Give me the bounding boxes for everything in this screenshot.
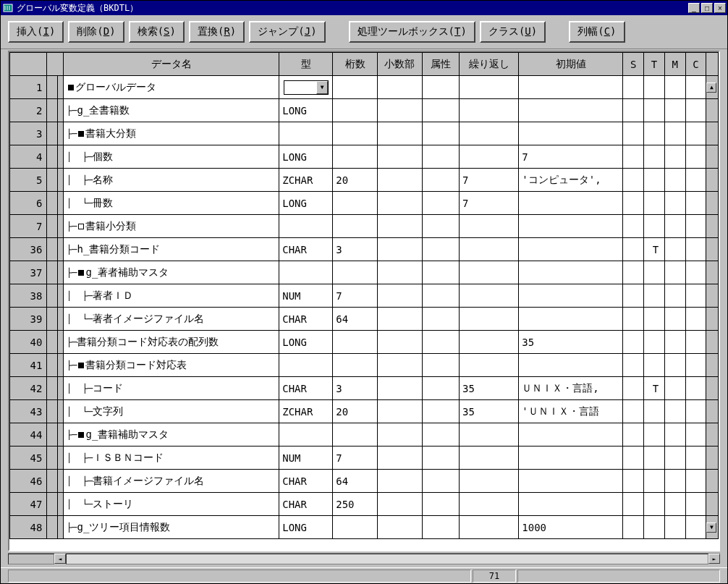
attr-cell[interactable] xyxy=(422,169,459,192)
table-row[interactable]: 39│ └─ 著者イメージファイル名CHAR64 xyxy=(10,308,719,331)
decimal-cell[interactable] xyxy=(377,261,422,284)
vscroll-track[interactable] xyxy=(706,354,719,377)
vscroll-track[interactable] xyxy=(706,284,719,308)
digits-cell[interactable]: 7 xyxy=(333,447,378,470)
init-cell[interactable] xyxy=(519,192,623,215)
t-cell[interactable] xyxy=(644,423,665,447)
s-cell[interactable] xyxy=(623,145,644,169)
s-cell[interactable] xyxy=(623,192,644,215)
horizontal-scrollbar[interactable]: ◄ ► xyxy=(8,553,720,564)
m-cell[interactable] xyxy=(664,400,685,423)
attr-cell[interactable] xyxy=(422,145,459,169)
type-cell[interactable]: ZCHAR xyxy=(279,169,333,192)
t-cell[interactable] xyxy=(644,122,665,145)
attr-cell[interactable] xyxy=(422,215,459,238)
row-number[interactable]: 41 xyxy=(10,354,47,377)
t-cell[interactable] xyxy=(644,261,665,284)
delete-button[interactable]: 削除(D) xyxy=(68,21,124,43)
type-cell[interactable]: LONG xyxy=(279,145,333,169)
c-cell[interactable] xyxy=(685,145,706,169)
digits-cell[interactable]: 20 xyxy=(333,400,378,423)
digits-cell[interactable] xyxy=(333,122,378,145)
m-cell[interactable] xyxy=(664,192,685,215)
digits-cell[interactable] xyxy=(333,331,378,354)
table-row[interactable]: 42│ ├─ コードCHAR335ＵＮＩＸ・言語,T xyxy=(10,377,719,400)
s-cell[interactable] xyxy=(623,215,644,238)
init-cell[interactable] xyxy=(519,284,623,308)
header-type[interactable]: 型 xyxy=(279,53,333,76)
maximize-button[interactable]: □ xyxy=(701,3,713,13)
t-cell[interactable] xyxy=(644,215,665,238)
header-name[interactable]: データ名 xyxy=(64,53,279,76)
name-cell[interactable]: │ └─ 冊数 xyxy=(64,192,279,215)
repeat-cell[interactable] xyxy=(460,99,519,122)
name-cell[interactable]: ├─ 書籍小分類 xyxy=(64,215,279,238)
table-row[interactable]: 40├─ 書籍分類コード対応表の配列数LONG35 xyxy=(10,331,719,354)
init-cell[interactable]: 7 xyxy=(519,145,623,169)
vscroll-track[interactable] xyxy=(706,169,719,192)
table-row[interactable]: 36├─ h_書籍分類コードCHAR3T xyxy=(10,238,719,261)
type-cell[interactable]: CHAR xyxy=(279,470,333,493)
name-cell[interactable]: │ ├─ コード xyxy=(64,377,279,400)
search-button[interactable]: 検索(S) xyxy=(129,21,185,43)
type-cell[interactable]: CHAR xyxy=(279,493,333,516)
tree-node-filled-icon[interactable] xyxy=(78,270,84,276)
init-cell[interactable] xyxy=(519,308,623,331)
decimal-cell[interactable] xyxy=(377,238,422,261)
init-cell[interactable] xyxy=(519,354,623,377)
init-cell[interactable]: 35 xyxy=(519,331,623,354)
table-row[interactable]: 46│ ├─ 書籍イメージファイル名CHAR64 xyxy=(10,470,719,493)
c-cell[interactable] xyxy=(685,284,706,308)
t-cell[interactable] xyxy=(644,354,665,377)
c-cell[interactable] xyxy=(685,215,706,238)
row-number[interactable]: 47 xyxy=(10,493,47,516)
decimal-cell[interactable] xyxy=(377,284,422,308)
c-cell[interactable] xyxy=(685,261,706,284)
t-cell[interactable] xyxy=(644,145,665,169)
c-cell[interactable] xyxy=(685,447,706,470)
vscroll-track[interactable] xyxy=(706,470,719,493)
type-cell[interactable]: LONG xyxy=(279,192,333,215)
type-cell[interactable]: ▼ xyxy=(279,76,333,99)
attr-cell[interactable] xyxy=(422,261,459,284)
m-cell[interactable] xyxy=(664,423,685,447)
repeat-cell[interactable] xyxy=(460,447,519,470)
type-cell[interactable]: CHAR xyxy=(279,238,333,261)
repeat-cell[interactable] xyxy=(460,470,519,493)
attr-cell[interactable] xyxy=(422,493,459,516)
m-cell[interactable] xyxy=(664,169,685,192)
decimal-cell[interactable] xyxy=(377,400,422,423)
table-row[interactable]: 38│ ├─ 著者ＩＤNUM7 xyxy=(10,284,719,308)
tree-node-filled-icon[interactable] xyxy=(78,363,84,368)
attr-cell[interactable] xyxy=(422,354,459,377)
header-attr[interactable]: 属性 xyxy=(422,53,459,76)
m-cell[interactable] xyxy=(664,308,685,331)
s-cell[interactable] xyxy=(623,308,644,331)
vscroll-track[interactable] xyxy=(706,122,719,145)
type-cell[interactable]: LONG xyxy=(279,331,333,354)
digits-cell[interactable] xyxy=(333,215,378,238)
repeat-cell[interactable] xyxy=(460,493,519,516)
m-cell[interactable] xyxy=(664,99,685,122)
s-cell[interactable] xyxy=(623,169,644,192)
c-cell[interactable] xyxy=(685,331,706,354)
s-cell[interactable] xyxy=(623,331,644,354)
attr-cell[interactable] xyxy=(422,76,459,99)
row-number[interactable]: 5 xyxy=(10,169,47,192)
name-cell[interactable]: ├─ g_ツリー項目情報数 xyxy=(64,516,279,539)
toolbox-button[interactable]: 処理ツールボックス(T) xyxy=(349,21,475,43)
decimal-cell[interactable] xyxy=(377,377,422,400)
name-cell[interactable]: ├─ 書籍分類コード対応表 xyxy=(64,354,279,377)
m-cell[interactable] xyxy=(664,331,685,354)
init-cell[interactable] xyxy=(519,470,623,493)
attr-cell[interactable] xyxy=(422,423,459,447)
init-cell[interactable] xyxy=(519,261,623,284)
name-cell[interactable]: ├─ 書籍分類コード対応表の配列数 xyxy=(64,331,279,354)
repeat-cell[interactable] xyxy=(460,215,519,238)
s-cell[interactable] xyxy=(623,470,644,493)
digits-cell[interactable] xyxy=(333,145,378,169)
name-cell[interactable]: ├─ h_書籍分類コード xyxy=(64,238,279,261)
type-dropdown[interactable]: ▼ xyxy=(284,80,329,95)
vscroll-track[interactable] xyxy=(706,192,719,215)
insert-button[interactable]: 挿入(I) xyxy=(8,21,64,43)
